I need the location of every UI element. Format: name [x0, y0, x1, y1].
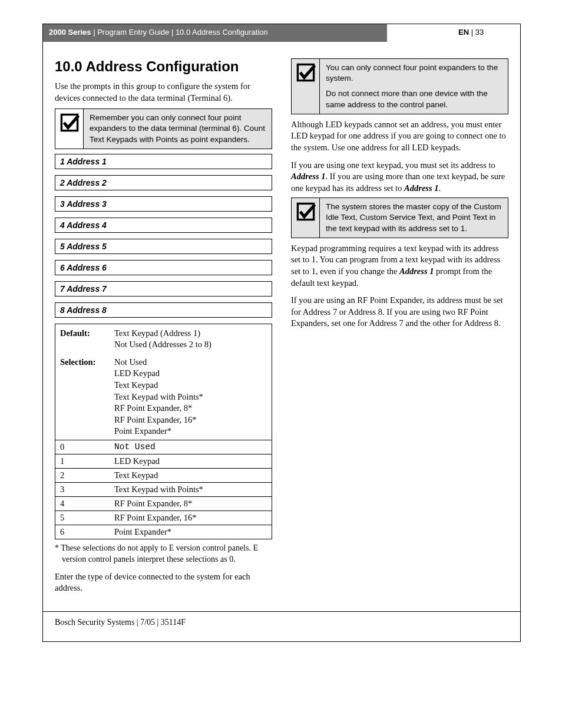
p2d: Address 1	[404, 183, 438, 193]
address-item: 3 Address 3	[55, 196, 272, 212]
table-row: 2Text Keypad	[55, 468, 272, 482]
row-value: Point Expander*	[114, 527, 267, 537]
note2b: Do not connect more than one device with…	[326, 88, 502, 110]
param-default-value: Text Keypad (Address 1)Not Used (Address…	[114, 328, 267, 351]
param-default-label: Default:	[60, 328, 114, 351]
intro-paragraph: Use the prompts in this group to configu…	[55, 81, 272, 104]
row-key: 5	[60, 513, 114, 523]
left-column: 10.0 Address Configuration Use the promp…	[55, 58, 272, 594]
header-series: 2000 Series	[49, 28, 91, 37]
right-column: You can only connect four point expander…	[291, 58, 508, 594]
table-row: 6Point Expander*	[55, 525, 272, 539]
param-selection-row: Selection: Not UsedLED KeypadText Keypad…	[55, 353, 272, 440]
content-area: 10.0 Address Configuration Use the promp…	[43, 42, 520, 641]
table-row: 5RF Point Expander, 16*	[55, 510, 272, 525]
page-header: 2000 Series | Program Entry Guide | 10.0…	[43, 24, 520, 42]
parameter-table: Default: Text Keypad (Address 1)Not Used…	[55, 324, 272, 539]
row-value: RF Point Expander, 8*	[114, 499, 267, 509]
address-item: 6 Address 6	[55, 260, 272, 275]
header-page: | 33	[469, 28, 484, 37]
check-icon	[59, 113, 80, 133]
header-left: 2000 Series | Program Entry Guide | 10.0…	[43, 24, 388, 42]
header-guide: | Program Entry Guide | 10.0 Address Con…	[91, 28, 268, 37]
address-item: 5 Address 5	[55, 239, 272, 254]
check-icon	[296, 62, 316, 83]
note-box-3: The system stores the master copy of the…	[291, 197, 508, 238]
p3b: Address 1	[399, 266, 434, 276]
note-text: You can only connect four point expander…	[320, 59, 508, 114]
note-box-2: You can only connect four point expander…	[291, 58, 508, 114]
row-key: 1	[60, 456, 114, 466]
paragraph-4: If you are using an RF Point Expander, i…	[291, 295, 508, 330]
header-lang: EN	[458, 28, 469, 37]
table-row: 3Text Keypad with Points*	[55, 482, 272, 496]
row-value: RF Point Expander, 16*	[114, 513, 267, 523]
row-value: Not Used	[114, 442, 267, 452]
address-item: 4 Address 4	[55, 218, 272, 233]
table-row: 4RF Point Expander, 8*	[55, 496, 272, 510]
row-key: 4	[60, 499, 114, 509]
note-text: The system stores the master copy of the…	[320, 198, 508, 238]
address-item: 7 Address 7	[55, 281, 272, 297]
note2a: You can only connect four point expander…	[326, 62, 502, 84]
paragraph-2: If you are using one text keypad, you mu…	[291, 160, 508, 195]
note-box-1: Remember you can only connect four point…	[55, 108, 272, 149]
row-value: Text Keypad	[114, 470, 267, 480]
address-item: 2 Address 2	[55, 175, 272, 190]
header-right: EN | 33	[388, 24, 520, 42]
footnote: * These selections do not apply to E ver…	[55, 543, 272, 565]
footer-text: Bosch Security Systems | 7/05 | 35114F	[55, 618, 186, 627]
p2b: Address 1	[291, 172, 325, 181]
svg-rect-0	[61, 115, 77, 131]
paragraph-1: Although LED keypads cannot set an addre…	[291, 119, 508, 154]
address-list: 1 Address 12 Address 23 Address 34 Addre…	[55, 154, 272, 318]
param-default-row: Default: Text Keypad (Address 1)Not Used…	[55, 324, 272, 353]
row-key: 3	[60, 485, 114, 495]
row-key: 2	[60, 470, 114, 480]
table-row: 1LED Keypad	[55, 454, 272, 468]
p2e: .	[439, 183, 441, 193]
row-key: 0	[60, 442, 114, 452]
table-row: 0Not Used	[55, 440, 272, 454]
note-text: Remember you can only connect four point…	[84, 109, 272, 149]
row-key: 6	[60, 527, 114, 537]
param-selection-value: Not UsedLED KeypadText KeypadText Keypad…	[114, 357, 267, 437]
section-heading: 10.0 Address Configuration	[55, 58, 272, 75]
svg-rect-2	[297, 204, 313, 220]
row-value: Text Keypad with Points*	[114, 485, 267, 495]
note-icon-cell	[55, 109, 84, 149]
note-icon-cell	[292, 198, 320, 238]
address-item: 8 Address 8	[55, 302, 272, 318]
enter-paragraph: Enter the type of device connected to th…	[55, 571, 272, 594]
page-frame: 2000 Series | Program Entry Guide | 10.0…	[42, 24, 521, 642]
svg-rect-1	[297, 64, 313, 80]
value-rows: 0Not Used1LED Keypad2Text Keypad3Text Ke…	[55, 440, 272, 539]
check-icon	[296, 202, 316, 222]
address-item: 1 Address 1	[55, 154, 272, 169]
paragraph-3: Keypad programming requires a text keypa…	[291, 243, 508, 289]
p2a: If you are using one text keypad, you mu…	[291, 160, 495, 170]
note-icon-cell	[292, 59, 320, 114]
page-footer: Bosch Security Systems | 7/05 | 35114F	[43, 611, 520, 627]
param-selection-label: Selection:	[60, 357, 114, 437]
row-value: LED Keypad	[114, 456, 267, 466]
